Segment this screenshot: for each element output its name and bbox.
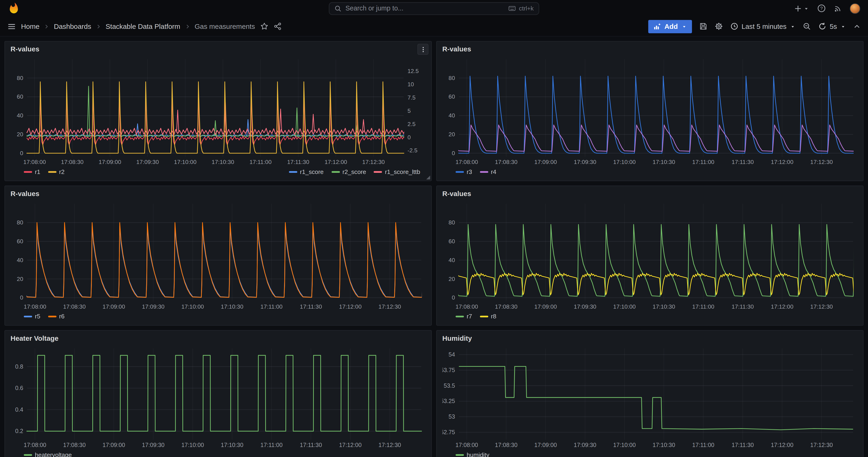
favorite-dashboard-button[interactable] — [260, 22, 268, 30]
legend-swatch — [456, 454, 464, 456]
refresh-icon — [818, 22, 827, 30]
svg-text:80: 80 — [448, 219, 455, 225]
svg-text:53.25: 53.25 — [442, 398, 455, 404]
panel-title[interactable]: R-values — [442, 44, 858, 55]
add-button[interactable]: Add — [648, 20, 691, 33]
legend-item-r1[interactable]: r1 — [24, 169, 40, 175]
news-button[interactable] — [834, 4, 842, 12]
svg-text:17:09:00: 17:09:00 — [534, 304, 557, 310]
breadcrumb-home[interactable]: Home — [21, 22, 39, 30]
share-icon — [273, 22, 282, 30]
legend-swatch — [374, 171, 382, 173]
legend-item-r7[interactable]: r7 — [456, 313, 472, 320]
svg-text:20: 20 — [448, 131, 455, 138]
svg-text:17:11:30: 17:11:30 — [300, 441, 322, 448]
svg-text:17:11:30: 17:11:30 — [732, 159, 754, 165]
gear-icon — [714, 22, 723, 30]
new-menu-button[interactable] — [794, 4, 809, 12]
legend-item-r1_score_lttb[interactable]: r1_score_lttb — [374, 169, 420, 175]
svg-text:17:10:30: 17:10:30 — [212, 159, 234, 165]
svg-text:17:09:00: 17:09:00 — [102, 304, 125, 310]
legend-group-right: r1_scorer2_scorer1_score_lttb — [289, 169, 420, 175]
svg-text:20: 20 — [17, 276, 23, 282]
refresh-picker[interactable]: 5s — [818, 22, 846, 30]
time-series-chart[interactable]: 52.755353.2553.553.755417:08:0017:08:301… — [442, 344, 858, 449]
open-menu-button[interactable] — [7, 22, 16, 31]
time-series-chart[interactable]: 02040608017:08:0017:08:3017:09:0017:09:3… — [442, 55, 858, 166]
caret-down-icon — [803, 5, 809, 11]
panel-legend: r3r4 — [442, 166, 858, 177]
svg-text:17:10:00: 17:10:00 — [613, 304, 636, 310]
collapse-toolbar-button[interactable] — [853, 22, 861, 30]
time-range-picker[interactable]: Last 5 minutes — [730, 22, 796, 30]
svg-text:0: 0 — [407, 134, 411, 141]
panel-title[interactable]: R-values — [10, 189, 426, 199]
svg-text:17:11:00: 17:11:00 — [692, 304, 714, 310]
chevron-up-icon — [853, 22, 861, 30]
svg-text:17:10:00: 17:10:00 — [613, 159, 636, 165]
time-series-chart[interactable]: 0.20.40.60.817:08:0017:08:3017:09:0017:0… — [10, 344, 426, 449]
panel-title[interactable]: Humidity — [442, 334, 858, 344]
user-avatar[interactable] — [849, 3, 860, 13]
svg-text:40: 40 — [17, 112, 23, 119]
panel-menu-button[interactable] — [417, 44, 429, 55]
share-dashboard-button[interactable] — [273, 22, 282, 30]
time-series-chart[interactable]: 02040608017:08:0017:08:3017:09:0017:09:3… — [10, 55, 426, 166]
legend-label: r2 — [59, 169, 64, 175]
svg-text:17:08:30: 17:08:30 — [61, 159, 84, 165]
time-series-chart[interactable]: 02040608017:08:0017:08:3017:09:0017:09:3… — [10, 199, 426, 311]
legend-group-left: r3r4 — [456, 169, 496, 175]
legend-item-r3[interactable]: r3 — [456, 169, 472, 175]
legend-label: r3 — [467, 169, 472, 175]
svg-text:17:09:00: 17:09:00 — [534, 441, 557, 448]
legend-item-r2_score[interactable]: r2_score — [332, 169, 366, 175]
legend-item-r8[interactable]: r8 — [480, 313, 496, 320]
zoom-out-time-button[interactable] — [803, 22, 811, 30]
breadcrumb-separator-icon — [95, 23, 102, 30]
svg-text:17:12:00: 17:12:00 — [324, 159, 347, 165]
legend-item-r5[interactable]: r5 — [24, 313, 40, 320]
panel-legend: r7r8 — [442, 311, 858, 322]
save-dashboard-button[interactable] — [699, 22, 707, 30]
legend-item-humidity[interactable]: humidity — [456, 451, 489, 457]
svg-text:0: 0 — [452, 295, 455, 301]
panel-title[interactable]: R-values — [10, 44, 426, 55]
hamburger-menu-icon — [7, 22, 16, 31]
legend-swatch — [456, 315, 464, 317]
time-series-chart[interactable]: 02040608017:08:0017:08:3017:09:0017:09:3… — [442, 199, 858, 311]
legend-item-heatervoltage[interactable]: heatervoltage — [24, 451, 71, 457]
svg-text:17:10:30: 17:10:30 — [652, 441, 675, 448]
help-icon: ? — [817, 4, 826, 13]
legend-label: r1 — [35, 169, 40, 175]
breadcrumb: Home Dashboards Stackable Data Platform … — [21, 22, 255, 30]
panel-title[interactable]: R-values — [442, 189, 858, 199]
breadcrumb-dashboards[interactable]: Dashboards — [54, 22, 91, 30]
panel-resize-handle[interactable] — [426, 176, 430, 180]
legend-item-r1_score[interactable]: r1_score — [289, 169, 324, 175]
svg-text:17:12:00: 17:12:00 — [339, 304, 362, 310]
svg-text:17:10:30: 17:10:30 — [221, 441, 243, 448]
legend-label: r4 — [491, 169, 496, 175]
svg-text:17:08:30: 17:08:30 — [495, 304, 518, 310]
help-button[interactable]: ? — [817, 4, 826, 13]
legend-swatch — [332, 171, 340, 173]
svg-text:80: 80 — [17, 219, 23, 225]
svg-text:17:08:00: 17:08:00 — [24, 441, 46, 448]
legend-group-left: r7r8 — [456, 313, 496, 320]
legend-item-r4[interactable]: r4 — [480, 169, 496, 175]
svg-text:-2.5: -2.5 — [407, 148, 417, 154]
search-input[interactable]: Search or jump to... ctrl+k — [329, 2, 539, 14]
svg-text:17:08:30: 17:08:30 — [495, 159, 518, 165]
legend-label: r6 — [59, 313, 64, 320]
dashboard-settings-button[interactable] — [714, 22, 723, 30]
grafana-logo[interactable] — [8, 2, 20, 14]
legend-item-r2[interactable]: r2 — [48, 169, 65, 175]
legend-item-r6[interactable]: r6 — [48, 313, 65, 320]
breadcrumb-folder[interactable]: Stackable Data Platform — [105, 22, 180, 30]
top-navbar: Search or jump to... ctrl+k — [0, 0, 868, 17]
panel-title[interactable]: Heater Voltage — [10, 334, 426, 344]
legend-group-left: heatervoltage — [24, 451, 71, 457]
panel-legend: r5r6 — [10, 311, 426, 322]
svg-text:17:11:00: 17:11:00 — [260, 304, 282, 310]
caret-down-icon — [840, 24, 846, 29]
